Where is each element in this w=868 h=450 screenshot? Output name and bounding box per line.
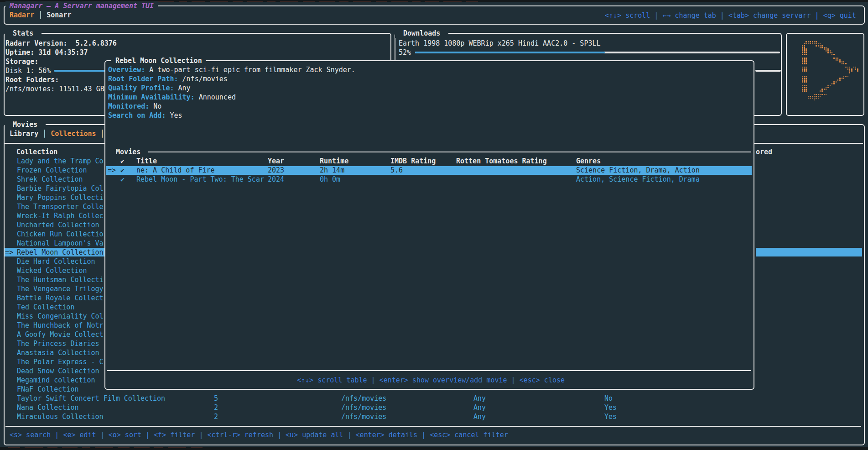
collection-cell-root_folder: /nfs/movies xyxy=(341,412,386,421)
logo-dot xyxy=(830,85,831,87)
popup-field-value: Any xyxy=(174,84,191,92)
popup-header-genres: Genres xyxy=(576,157,601,166)
collection-row[interactable]: A Goofy Movie Collect xyxy=(17,330,104,339)
logo-dot xyxy=(820,96,821,97)
popup-cell-check: ✔ xyxy=(120,166,125,175)
collection-row[interactable]: The Huntsman Collecti xyxy=(17,275,104,284)
logo-dot xyxy=(816,98,816,99)
collection-row[interactable]: Taylor Swift Concert Film Collection xyxy=(17,394,165,403)
collection-row[interactable]: Dead Snow Collection xyxy=(17,366,99,376)
logo-dot xyxy=(806,90,806,92)
collection-row[interactable]: Wicked Collection xyxy=(17,266,87,275)
collection-row[interactable]: Megamind collection xyxy=(17,376,95,385)
logo-dot xyxy=(818,43,819,45)
collection-row[interactable]: Shrek Collection xyxy=(17,175,83,184)
logo-dot xyxy=(804,79,805,81)
collection-cell-movies: 2 xyxy=(214,403,218,412)
collection-row[interactable]: The Polar Express - C xyxy=(17,357,104,366)
terminal-text-remnant xyxy=(8,447,20,448)
collection-row[interactable]: Lady and the Tramp Co xyxy=(17,157,104,166)
logo-dot xyxy=(802,67,803,68)
collection-row[interactable]: Uncharted Collection xyxy=(17,220,99,230)
logo-dot xyxy=(806,70,806,72)
logo-dot xyxy=(839,78,840,79)
popup-header-rt: Rotten Tomatoes Rating xyxy=(456,157,547,166)
stats-uptime: Uptime: 31d 04:35:37 xyxy=(5,48,88,57)
collection-row[interactable]: Mary Poppins Collecti xyxy=(17,193,104,202)
collection-row[interactable]: National Lampoon's Va xyxy=(17,239,104,248)
terminal-text-remnant xyxy=(95,447,113,448)
logo-dot xyxy=(804,68,805,70)
logo-dot xyxy=(804,78,805,79)
popup-field-value: /nfs/movies xyxy=(178,75,228,83)
logo-dot xyxy=(816,41,816,42)
logo-dot xyxy=(814,41,815,42)
logo-dot xyxy=(806,48,806,50)
collection-row[interactable]: Wreck-It Ralph Collec xyxy=(17,211,104,220)
popup-cell-genres: Action, Science Fiction, Drama xyxy=(576,175,700,184)
logo-dot xyxy=(857,70,858,72)
managarr-tui-screen: Managarr — A Servarr management TUI Rada… xyxy=(0,0,868,450)
logo-dot xyxy=(851,68,852,70)
collection-row[interactable]: The Hunchback of Notr xyxy=(17,321,104,330)
popup-cell-title[interactable]: ne: A Child of Fire xyxy=(136,166,215,175)
collection-details-popup: Rebel Moon Collection Overview: A two-pa… xyxy=(104,60,754,390)
logo-dot xyxy=(802,76,803,77)
popup-title: Rebel Moon Collection xyxy=(111,56,206,65)
logo-dot xyxy=(806,63,806,64)
logo-dot xyxy=(827,85,828,87)
logo-dot xyxy=(804,90,805,92)
collection-row[interactable]: The Transporter Colle xyxy=(17,202,104,211)
logo-dot xyxy=(857,68,858,70)
collection-row[interactable]: FNaF Collection xyxy=(17,385,78,394)
logo-dot xyxy=(821,94,822,95)
logo-dot xyxy=(804,50,805,52)
collection-row[interactable]: Miss Congeniality Col xyxy=(17,312,104,321)
logo-dot xyxy=(814,99,815,101)
collection-row[interactable]: Barbie Fairytopia Col xyxy=(17,184,104,193)
collection-row[interactable]: Miraculous Collection xyxy=(17,412,104,421)
collection-row[interactable]: Nana Collection xyxy=(17,403,78,412)
logo-dot xyxy=(826,94,826,95)
logo-dot xyxy=(804,45,805,47)
popup-cell-year: 2024 xyxy=(268,175,284,184)
logo-dot xyxy=(806,59,806,61)
logo-dot xyxy=(802,89,803,90)
logo-dot xyxy=(842,61,842,63)
logo-dot xyxy=(806,89,806,90)
logo-dot xyxy=(802,45,803,47)
collection-row[interactable]: The Vengeance Trilogy xyxy=(17,284,104,293)
collection-row[interactable]: Battle Royale Collect xyxy=(17,293,104,303)
collection-row[interactable]: The Princess Diaries xyxy=(17,339,99,348)
collection-row[interactable]: Anastasia Collection xyxy=(17,348,99,357)
popup-field-value: A two-part sci-fi epic from filmmaker Za… xyxy=(145,66,355,74)
logo-dot xyxy=(808,96,809,97)
popup-cell-title[interactable]: Rebel Moon - Part Two: The Scar xyxy=(136,175,264,184)
tab-sonarr[interactable]: Sonarr xyxy=(47,11,71,19)
collection-cell-quality_profile: Any xyxy=(473,403,486,412)
monitored-header-fragment: ored xyxy=(756,147,772,157)
logo-dot xyxy=(804,87,805,89)
logo-dot xyxy=(814,98,815,99)
collection-row[interactable]: Die Hard Collection xyxy=(17,257,95,266)
collection-row[interactable]: Chicken Run Collectio xyxy=(17,230,104,239)
collection-row[interactable]: Ted Collection xyxy=(17,303,74,312)
logo-dot xyxy=(812,41,813,42)
popup-header-title: Title xyxy=(136,157,157,166)
popup-cell-runtime: 0h 0m xyxy=(320,175,340,184)
collection-row[interactable]: Frozen Collection xyxy=(17,166,87,175)
tab-collections[interactable]: Collections xyxy=(51,130,96,138)
terminal-text-remnant xyxy=(233,1,243,2)
popup-header-year: Year xyxy=(268,157,284,166)
logo-dot xyxy=(806,85,806,87)
logo-dot xyxy=(836,81,837,83)
popup-table-title-line xyxy=(148,152,751,152)
logo-dot xyxy=(830,50,831,52)
tab-library[interactable]: Library xyxy=(10,130,38,138)
logo-dot xyxy=(808,43,809,45)
tab-radarr[interactable]: Radarr xyxy=(10,11,34,19)
logo-dot xyxy=(820,43,821,45)
collection-row-selected[interactable]: Rebel Moon Collection xyxy=(17,248,104,257)
logo-dot xyxy=(802,87,803,89)
terminal-text-remnant xyxy=(391,1,408,2)
